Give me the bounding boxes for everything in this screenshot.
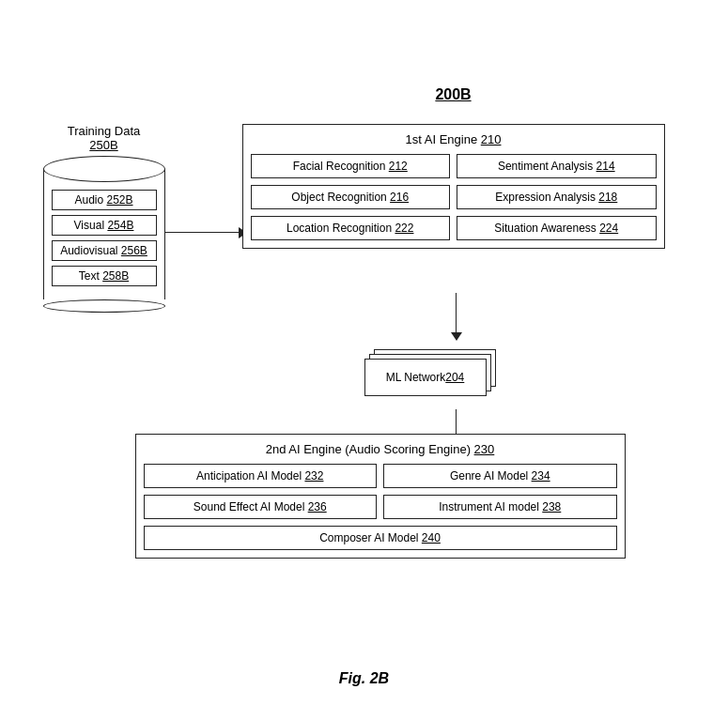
ml-stack: ML Network 204 (364, 349, 496, 400)
ml-network: ML Network 204 (364, 349, 496, 400)
model-expression-analysis: Expression Analysis 218 (457, 185, 657, 209)
arrow-line (165, 232, 239, 234)
ai-engine-1-models: Facial Recognition 212 Sentiment Analysi… (251, 154, 657, 240)
model-sentiment-analysis: Sentiment Analysis 214 (457, 154, 657, 178)
ai-engine-2-models: Anticipation AI Model 232 Genre AI Model… (144, 464, 617, 550)
arrow-v-line (456, 293, 457, 332)
cylinder-top (43, 156, 165, 182)
model-object-recognition: Object Recognition 216 (251, 185, 451, 209)
model-location-recognition: Location Recognition 222 (251, 216, 451, 240)
cylinder-items: Audio 252B Visual 254B Audiovisual 256B … (44, 182, 164, 299)
cylinder-bottom (43, 299, 165, 313)
training-data-ref: 250B (89, 138, 117, 152)
list-item: Audiovisual 256B (52, 240, 157, 261)
cylinder-shape: Audio 252B Visual 254B Audiovisual 256B … (43, 156, 165, 313)
model-sound-effect-ai: Sound Effect AI Model 236 (144, 495, 378, 519)
ai-engine-1-title: 1st AI Engine 210 (251, 132, 657, 146)
model-composer-ai: Composer AI Model 240 (144, 526, 617, 550)
model-anticipation-ai: Anticipation AI Model 232 (144, 464, 378, 488)
ai-engine-2-box: 2nd AI Engine (Audio Scoring Engine) 230… (135, 434, 626, 559)
ml-card-front: ML Network 204 (364, 359, 487, 396)
training-data-label: Training Data250B (43, 124, 165, 152)
training-data-cylinder: Training Data250B Audio 252B Visual 254B… (43, 124, 165, 313)
ai-engine-1-box: 1st AI Engine 210 Facial Recognition 212… (242, 124, 665, 249)
list-item: Audio 252B (52, 190, 157, 210)
list-item: Visual 254B (52, 215, 157, 236)
fig-label: Fig. 2B (339, 670, 389, 687)
model-genre-ai: Genre AI Model 234 (383, 464, 617, 488)
diagram-title-text: 200B (435, 86, 471, 102)
arrow-cylinder-to-ai1 (165, 227, 247, 238)
diagram-title: 200B (242, 86, 665, 103)
model-facial-recognition: Facial Recognition 212 (251, 154, 451, 178)
model-instrument-ai: Instrument AI model 238 (383, 495, 617, 519)
arrow-v-head (451, 332, 462, 341)
arrow-ai1-to-ml (451, 293, 462, 341)
model-situation-awareness: Situation Awareness 224 (457, 216, 657, 240)
cylinder-body: Audio 252B Visual 254B Audiovisual 256B … (43, 169, 165, 299)
list-item: Text 258B (52, 266, 157, 286)
ai-engine-2-title: 2nd AI Engine (Audio Scoring Engine) 230 (144, 442, 617, 456)
diagram: 200B Training Data250B Audio 252B Visual… (26, 23, 703, 698)
